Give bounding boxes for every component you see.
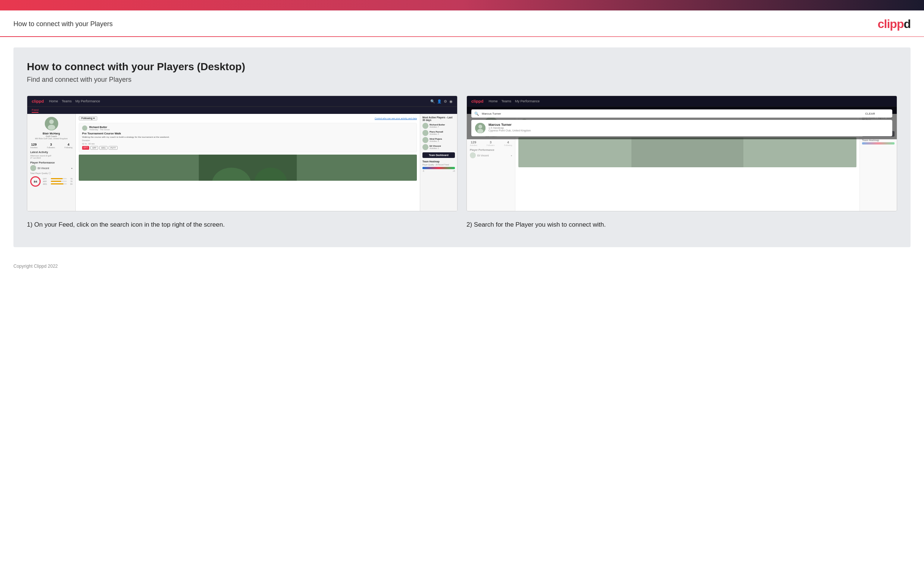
- activity-card: Richard Butler Yesterday · The Grove Pre…: [79, 123, 417, 153]
- score-circle: 84: [30, 176, 40, 187]
- nav-item-teams-2[interactable]: Teams: [501, 99, 511, 103]
- player-dropdown-icon[interactable]: ▾: [71, 167, 73, 169]
- player-performance-label: Player Performance: [30, 161, 73, 164]
- svg-point-2: [48, 125, 55, 130]
- player-avatar-1: [30, 165, 36, 171]
- app-navbar-1: clippd Home Teams My Performance 🔍 👤 ⚙ ◉: [27, 96, 457, 106]
- feed-tab[interactable]: Feed: [32, 108, 39, 113]
- player-name-1: Eli Vincent: [38, 167, 70, 169]
- caption-1: 1) On your Feed, click on the search ico…: [27, 220, 458, 229]
- team-dashboard-btn[interactable]: Team Dashboard: [422, 153, 455, 158]
- page-title: How to connect with your Players: [13, 20, 113, 28]
- latest-activity-date: 27 Jul 2022: [30, 157, 73, 159]
- right-avatar-4: [422, 144, 429, 150]
- search-result-avatar: [475, 123, 485, 133]
- search-input-text[interactable]: Marcus Turner: [482, 112, 862, 115]
- search-clear-button[interactable]: CLEAR: [865, 112, 875, 115]
- latest-activity-label: Latest Activity: [30, 151, 73, 153]
- player-select-row: Eli Vincent ▾: [30, 165, 73, 171]
- followers-label: Followers: [47, 146, 55, 149]
- followers-val: 3: [47, 143, 55, 146]
- right-player-4: Eli Vincent Activities: 1: [422, 144, 455, 150]
- search-icon-1[interactable]: 🔍: [430, 99, 435, 104]
- caption-text-2: 2) Search for the Player you wish to con…: [466, 220, 897, 229]
- search-result-info: Marcus Turner 1.5 Handicap Cypress Point…: [489, 123, 531, 132]
- search-result-name: Marcus Turner: [489, 123, 531, 127]
- tag-app: APP: [90, 146, 98, 150]
- search-close-button[interactable]: ✕: [885, 111, 889, 116]
- bar-arg: ARG 84: [43, 183, 73, 185]
- nav-item-home[interactable]: Home: [49, 99, 58, 103]
- activity-title: Pre Tournament Course Walk: [82, 132, 413, 135]
- stats-row-1: 129 Activities 3 Followers 4 Following: [30, 143, 73, 149]
- app-right-panel-1: Most Active Players - Last 30 days Richa…: [420, 114, 457, 211]
- right-acts-4: Activities: 1: [430, 147, 441, 149]
- avatar-icon-1[interactable]: ◉: [449, 99, 453, 104]
- app-logo-2: clippd: [471, 99, 483, 104]
- clippd-logo: clippd: [878, 17, 911, 31]
- svg-rect-10: [631, 137, 743, 167]
- bar-app: APP 70: [43, 180, 73, 183]
- screenshot-1-col: clippd Home Teams My Performance 🔍 👤 ⚙ ◉: [27, 96, 458, 211]
- search-overlay: 🔍 Marcus Turner CLEAR ✕ Marcus Turner 1.…: [467, 106, 897, 139]
- search-result-card[interactable]: Marcus Turner 1.5 Handicap Cypress Point…: [471, 120, 892, 136]
- main-content: How to connect with your Players (Deskto…: [13, 47, 911, 247]
- activities-label: Activities: [30, 146, 38, 149]
- main-heading: How to connect with your Players (Deskto…: [27, 61, 897, 73]
- search-icon-overlay: 🔍: [474, 112, 479, 116]
- main-subheading: Find and connect with your Players: [27, 76, 897, 84]
- heatmap-min: -5: [422, 170, 424, 172]
- tag-ott: OTT: [82, 146, 89, 150]
- profile-club-1: Mill Ride Golf Club, United Kingdom: [30, 137, 73, 140]
- top-bar: [0, 0, 924, 10]
- heatmap-max: +5: [453, 170, 455, 172]
- quality-score: 84 OTT 79 APP 70: [30, 176, 73, 187]
- right-player-2: Piers Parnell Activities: 4: [422, 130, 455, 136]
- svg-point-1: [49, 120, 54, 124]
- activity-duration: Duration: [82, 139, 413, 141]
- profile-area-1: Blair McHarg Golf Coach Mill Ride Golf C…: [30, 117, 73, 140]
- activity-person-name: Richard Butler: [89, 126, 110, 128]
- nav-item-home-2[interactable]: Home: [489, 99, 497, 103]
- right-acts-1: Activities: 7: [430, 126, 445, 128]
- header-divider: [0, 36, 924, 37]
- user-icon-1[interactable]: 👤: [437, 99, 442, 104]
- quality-label: Total Player Quality ⓘ: [30, 172, 73, 175]
- app-navbar-icons-1: 🔍 👤 ⚙ ◉: [430, 99, 453, 104]
- stat-following: 4 Following: [65, 143, 73, 149]
- caption-2: 2) Search for the Player you wish to con…: [466, 220, 897, 229]
- svg-point-13: [477, 129, 483, 133]
- svg-point-12: [478, 125, 482, 128]
- activity-photo: [79, 154, 417, 181]
- search-result-handicap: 1.5 Handicap: [489, 127, 531, 129]
- app-subbar-1: Feed: [27, 106, 457, 114]
- screenshot-2-mockup: clippd Home Teams My Performance Feed: [466, 96, 897, 211]
- copyright-text: Copyright Clippd 2022: [13, 264, 58, 269]
- activities-val: 129: [30, 143, 38, 146]
- settings-icon-1[interactable]: ⚙: [444, 99, 447, 104]
- captions-row: 1) On your Feed, click on the search ico…: [27, 220, 897, 229]
- score-bars: OTT 79 APP 70 ARG: [43, 178, 73, 185]
- stat-activities: 129 Activities: [30, 143, 38, 149]
- right-avatar-2: [422, 130, 429, 136]
- app-left-panel-1: Blair McHarg Golf Coach Mill Ride Golf C…: [27, 114, 76, 211]
- heatmap-bar: [422, 167, 455, 169]
- nav-item-performance-2[interactable]: My Performance: [515, 99, 540, 103]
- nav-item-teams[interactable]: Teams: [61, 99, 72, 103]
- app-navbar-2: clippd Home Teams My Performance: [467, 96, 897, 106]
- app-navbar-items-2: Home Teams My Performance: [489, 99, 892, 103]
- app-navbar-items-1: Home Teams My Performance: [49, 99, 425, 103]
- tag-arg: ARG: [99, 146, 107, 150]
- control-link[interactable]: Control who can see your activity and da…: [375, 117, 417, 120]
- following-button[interactable]: Following ▾: [79, 116, 97, 120]
- following-val: 4: [65, 143, 73, 146]
- app-body-1: Blair McHarg Golf Coach Mill Ride Golf C…: [27, 114, 457, 211]
- right-avatar-3: [422, 137, 429, 143]
- footer: Copyright Clippd 2022: [0, 258, 924, 275]
- right-avatar-1: [422, 123, 429, 129]
- profile-avatar-1: [45, 117, 58, 130]
- nav-item-performance[interactable]: My Performance: [75, 99, 100, 103]
- screenshot-2-col: clippd Home Teams My Performance Feed: [466, 96, 897, 211]
- search-result-club: Cypress Point Club, United Kingdom: [489, 129, 531, 132]
- activity-tags: OTT APP ARG PUTT: [82, 146, 413, 150]
